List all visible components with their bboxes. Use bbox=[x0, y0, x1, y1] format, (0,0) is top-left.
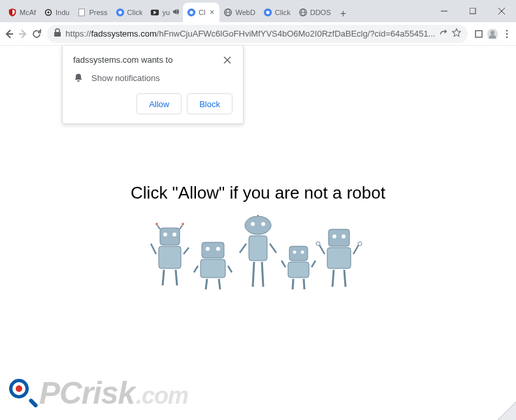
tab-indu[interactable]: Indu bbox=[40, 3, 73, 22]
svg-point-76 bbox=[316, 242, 320, 246]
tab-ddos[interactable]: DDOS bbox=[295, 3, 335, 22]
url-text: https://fadssystems.com/hFnwCjuAFWc6lGoF… bbox=[65, 29, 435, 39]
plus-icon: + bbox=[340, 8, 346, 20]
tab-strip: McAf Indu Press Click yu bbox=[0, 0, 430, 22]
tab-title: yu bbox=[162, 8, 170, 16]
page-content: Click "Allow" if you are not a robot bbox=[0, 183, 516, 300]
audio-icon bbox=[172, 8, 179, 16]
title-bar: McAf Indu Press Click yu bbox=[0, 0, 516, 22]
forward-button[interactable] bbox=[18, 25, 29, 43]
svg-point-2 bbox=[47, 11, 50, 14]
tab-press[interactable]: Press bbox=[73, 3, 111, 22]
svg-line-42 bbox=[163, 270, 164, 285]
close-icon bbox=[223, 56, 231, 64]
svg-rect-35 bbox=[159, 246, 181, 268]
svg-line-66 bbox=[282, 261, 285, 267]
watermark-brand: PCrisk bbox=[39, 375, 135, 411]
svg-rect-24 bbox=[476, 31, 482, 37]
minimize-button[interactable] bbox=[430, 0, 459, 22]
tab-title: Cl bbox=[199, 8, 205, 16]
svg-line-78 bbox=[332, 270, 334, 287]
svg-rect-3 bbox=[79, 9, 85, 16]
svg-rect-18 bbox=[470, 8, 476, 14]
close-icon bbox=[498, 8, 505, 14]
svg-point-37 bbox=[155, 223, 158, 225]
svg-point-33 bbox=[163, 233, 167, 236]
watermark-logo: PCrisk.com bbox=[9, 375, 188, 411]
tab-title: Click bbox=[127, 8, 143, 16]
block-button[interactable]: Block bbox=[187, 93, 233, 114]
tab-title: Press bbox=[89, 8, 107, 16]
svg-line-49 bbox=[228, 266, 232, 272]
reload-button[interactable] bbox=[31, 25, 42, 43]
svg-point-64 bbox=[301, 251, 304, 254]
allow-button[interactable]: Allow bbox=[137, 93, 182, 114]
puzzle-icon bbox=[474, 29, 484, 39]
svg-point-45 bbox=[206, 247, 210, 251]
svg-rect-65 bbox=[288, 262, 309, 278]
watermark-domain: .com bbox=[136, 382, 188, 410]
page-icon bbox=[77, 8, 86, 17]
svg-line-61 bbox=[262, 262, 263, 287]
profile-button[interactable] bbox=[487, 25, 498, 43]
prompt-body: Show notifications bbox=[91, 73, 160, 83]
tab-title: Indu bbox=[56, 8, 69, 16]
chrome-icon bbox=[187, 8, 196, 17]
svg-line-36 bbox=[157, 225, 160, 229]
close-icon[interactable]: × bbox=[208, 8, 216, 16]
tab-yu[interactable]: yu bbox=[146, 3, 183, 22]
menu-button[interactable] bbox=[501, 25, 512, 43]
svg-rect-70 bbox=[329, 229, 349, 246]
svg-point-46 bbox=[216, 247, 220, 251]
tab-title: McAf bbox=[20, 8, 36, 16]
svg-point-39 bbox=[182, 223, 184, 225]
video-icon bbox=[150, 8, 159, 17]
tab-title: Click bbox=[275, 8, 291, 16]
url-path: /hFnwCjuAFWc6lGoFHviMfYVS4bO6Mo2I0RzfDaB… bbox=[157, 29, 436, 39]
svg-line-50 bbox=[206, 279, 207, 289]
prompt-close-button[interactable] bbox=[223, 55, 233, 64]
svg-rect-44 bbox=[202, 242, 224, 258]
star-icon[interactable] bbox=[452, 28, 461, 39]
chrome-icon bbox=[116, 8, 125, 17]
url-scheme: https:// bbox=[65, 29, 91, 39]
page-heading: Click "Allow" if you are not a robot bbox=[0, 183, 516, 203]
svg-rect-73 bbox=[327, 248, 351, 268]
arrow-left-icon bbox=[4, 29, 14, 39]
tab-title: DDOS bbox=[310, 8, 331, 16]
svg-point-77 bbox=[358, 242, 362, 246]
robots-illustration bbox=[0, 215, 516, 300]
globe-icon bbox=[223, 8, 233, 17]
svg-line-59 bbox=[270, 244, 276, 253]
extensions-button[interactable] bbox=[473, 25, 484, 43]
svg-line-51 bbox=[219, 279, 220, 289]
svg-point-63 bbox=[293, 251, 297, 254]
notification-prompt: fadssystems.com wants to Show notificati… bbox=[62, 46, 244, 124]
globe-icon bbox=[298, 8, 308, 17]
new-tab-button[interactable]: + bbox=[334, 5, 351, 22]
svg-rect-47 bbox=[201, 259, 225, 278]
share-icon[interactable] bbox=[439, 28, 448, 39]
svg-line-58 bbox=[240, 244, 246, 253]
tab-click-2[interactable]: Click bbox=[259, 3, 295, 22]
maximize-icon bbox=[470, 8, 476, 14]
minimize-icon bbox=[441, 8, 447, 14]
svg-rect-23 bbox=[54, 32, 61, 37]
tab-click-1[interactable]: Click bbox=[112, 3, 147, 22]
svg-point-29 bbox=[506, 36, 508, 38]
svg-rect-57 bbox=[249, 236, 267, 261]
tab-webd[interactable]: WebD bbox=[219, 3, 259, 22]
close-window-button[interactable] bbox=[487, 0, 516, 22]
address-bar[interactable]: https://fadssystems.com/hFnwCjuAFWc6lGoF… bbox=[47, 25, 468, 43]
tab-active[interactable]: Cl × bbox=[183, 3, 219, 22]
svg-line-79 bbox=[344, 270, 346, 287]
window-controls bbox=[430, 0, 516, 22]
maximize-button[interactable] bbox=[459, 0, 487, 22]
tab-mcafee[interactable]: McAf bbox=[4, 3, 40, 22]
chrome-icon bbox=[263, 8, 272, 17]
back-button[interactable] bbox=[4, 25, 15, 43]
url-host: fadssystems.com bbox=[91, 29, 156, 39]
lock-icon[interactable] bbox=[54, 28, 61, 39]
prompt-title: fadssystems.com wants to bbox=[73, 55, 172, 65]
page-viewport: fadssystems.com wants to Show notificati… bbox=[0, 46, 516, 420]
